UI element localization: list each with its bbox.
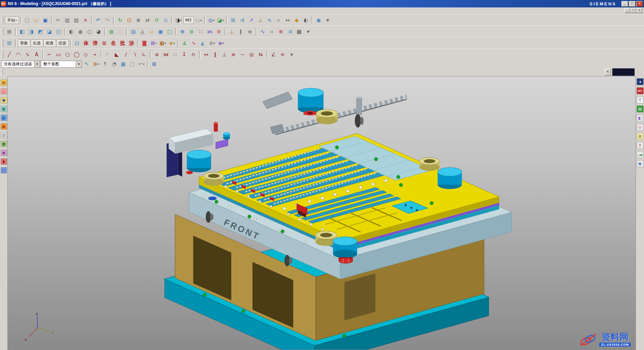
delete-button[interactable]: × xyxy=(81,16,90,25)
batch-tool-button[interactable]: 批 xyxy=(118,39,127,47)
hd3d-tools-icon[interactable]: ◍ xyxy=(1,115,7,121)
add-component-button[interactable]: ⊕ xyxy=(178,27,187,36)
standard-parts-dropdown[interactable]: ▦▾ xyxy=(158,39,167,47)
show-constraints-button[interactable]: ∥ xyxy=(237,27,245,36)
project-curve-button[interactable]: ↧ xyxy=(180,50,189,59)
mesh-grid-button[interactable]: ⊞ xyxy=(100,39,109,47)
dock-collapsed-panel[interactable] xyxy=(612,68,635,76)
work-part-button[interactable]: ▢ xyxy=(165,27,174,36)
constraints-display-button[interactable]: ∠ xyxy=(269,50,278,59)
sketch-arc-button[interactable]: ◠ xyxy=(14,50,23,59)
assembly-navigator-icon[interactable]: ▤ xyxy=(1,79,7,86)
pattern-component-button[interactable]: ∷ xyxy=(196,27,205,36)
pattern-curve-button[interactable]: ∷ xyxy=(171,50,180,59)
coincident-constraint-button[interactable]: ≡ xyxy=(229,50,238,59)
view-right-button[interactable]: ◫ xyxy=(54,27,63,36)
open-component-button[interactable]: ▱ xyxy=(147,27,156,36)
part-navigator-icon[interactable]: ▣ xyxy=(1,97,7,103)
mirror-curve-button[interactable]: ⋈ xyxy=(162,50,171,59)
chevron-down-icon[interactable]: ▼ xyxy=(76,61,82,67)
perpendicular-constraint-button[interactable]: ⊥ xyxy=(220,50,229,59)
offset-curve-button[interactable]: ≑ xyxy=(153,50,161,59)
fit-window-button[interactable]: ⊡ xyxy=(125,16,134,25)
sketch-profile-button[interactable]: ⌐ xyxy=(45,50,54,59)
sketch-circle-button[interactable]: ○ xyxy=(63,50,72,59)
dock-grip[interactable] xyxy=(1,68,3,76)
angle-analysis-button[interactable]: ∡ xyxy=(180,39,189,47)
reuse-library-icon[interactable]: ▦ xyxy=(1,106,7,112)
start-menu-button[interactable]: 开始▾ xyxy=(5,17,19,24)
maximize-button[interactable]: □ xyxy=(629,1,636,7)
background-color-dropdown[interactable]: ▭▾ xyxy=(194,16,203,25)
toolbar-options-dropdown[interactable]: ▾ xyxy=(324,16,332,25)
mirror-assembly-button[interactable]: ⋈ xyxy=(206,27,214,36)
chevron-down-icon[interactable]: ▼ xyxy=(34,61,40,67)
menu-item[interactable] xyxy=(49,10,53,11)
key-shortcut-icon[interactable]: KEY xyxy=(637,87,644,94)
sketch-options-dropdown[interactable]: ▾ xyxy=(287,50,296,59)
toolbar-grip[interactable] xyxy=(1,28,3,35)
menu-item[interactable] xyxy=(30,10,34,11)
tangent-constraint-button[interactable]: ∼ xyxy=(238,50,247,59)
web-browser-icon[interactable]: ◉ xyxy=(1,123,7,130)
magnify-cursor-button[interactable]: ◔ xyxy=(110,60,119,68)
menu-item[interactable] xyxy=(6,10,11,11)
manufacturing-icon[interactable]: ◈ xyxy=(1,150,7,156)
zoom-button[interactable]: ⊕ xyxy=(134,16,143,25)
assembly-constraint-button[interactable]: ⊥ xyxy=(256,16,265,25)
notebook-icon[interactable]: ▤ xyxy=(637,105,644,113)
wave-geometry-button[interactable]: ∿ xyxy=(265,16,274,25)
paste-button[interactable]: ▧ xyxy=(72,16,81,25)
menu-item[interactable] xyxy=(16,10,20,11)
interpart-link-button[interactable]: ∝ xyxy=(274,16,283,25)
snapshot-button[interactable]: ◉ xyxy=(314,16,323,25)
rings-icon[interactable]: ◎ xyxy=(637,124,644,131)
assembly-navigator-button[interactable]: ▤ xyxy=(129,27,138,36)
dimension-icon[interactable]: ↕ xyxy=(637,142,644,149)
sketch-point-button[interactable]: ∙ xyxy=(91,50,99,59)
menu-item[interactable] xyxy=(20,10,25,11)
sketch-fillet-button[interactable]: ◜ xyxy=(103,50,112,59)
arrangements-button[interactable]: ▦ xyxy=(295,27,304,36)
sketch-text-button[interactable]: A xyxy=(32,50,41,59)
parallel-constraint-button[interactable]: ∥ xyxy=(211,50,220,59)
wave-linker-button[interactable]: ∿ xyxy=(258,27,267,36)
cut-button[interactable]: ✂ xyxy=(54,16,63,25)
mold-wizard-dropdown[interactable]: ◈▾ xyxy=(167,39,176,47)
save-button[interactable]: ▣ xyxy=(41,16,50,25)
render-style-dropdown[interactable]: ◑▾ xyxy=(174,16,183,25)
quick-extend-button[interactable]: ∖ xyxy=(131,50,140,59)
sidebar-collapse-icon[interactable]: ◂ xyxy=(637,78,644,85)
new-file-button[interactable]: ▢ xyxy=(23,16,32,25)
mate-constraint-button[interactable]: ⊥ xyxy=(227,27,236,36)
notes-page-icon[interactable]: ▥ xyxy=(637,133,644,140)
mold-tool-button[interactable]: ◙ xyxy=(140,39,149,47)
draft-analysis-button[interactable]: ◭ xyxy=(198,39,207,47)
body-tool-button[interactable]: 体 xyxy=(82,39,91,47)
copy-button[interactable]: ▥ xyxy=(63,16,72,25)
show-component-button[interactable]: ◍ xyxy=(107,27,116,36)
remember-constraints-button[interactable]: ≡ xyxy=(246,27,254,36)
custom-tools-dropdown[interactable]: ◈▾ xyxy=(217,39,225,47)
text-note-icon[interactable]: T xyxy=(637,96,644,103)
auto-dimension-button[interactable]: ≐ xyxy=(278,50,287,59)
studio-render-button[interactable]: ◕ xyxy=(94,27,103,36)
dock-collapse-button[interactable]: < xyxy=(605,69,611,75)
web-browser-button[interactable]: ⊞ xyxy=(150,60,159,68)
menu-item[interactable] xyxy=(11,10,16,11)
close-button[interactable]: × xyxy=(636,1,643,7)
select-all-button[interactable]: ▦ xyxy=(119,60,128,68)
dimension-button[interactable]: ↔ xyxy=(202,50,211,59)
interpart-reference-button[interactable]: ∝ xyxy=(268,27,276,36)
view-trimetric-button[interactable]: ◧ xyxy=(18,27,27,36)
sketch-spline-button[interactable]: ∿ xyxy=(23,50,32,59)
symmetric-constraint-button[interactable]: ⇆ xyxy=(256,50,265,59)
info-icon[interactable]: ◉ xyxy=(637,160,644,167)
grid-display-button[interactable]: ⊞ xyxy=(5,39,14,47)
view-front-button[interactable]: ◪ xyxy=(45,27,54,36)
document-close-button[interactable]: × xyxy=(637,8,642,13)
quick-trim-button[interactable]: ∕ xyxy=(122,50,130,59)
displayed-part-button[interactable]: ▣ xyxy=(156,27,165,36)
face-transparency-button[interactable]: 面透 xyxy=(43,39,56,47)
menu-item[interactable] xyxy=(1,10,6,11)
